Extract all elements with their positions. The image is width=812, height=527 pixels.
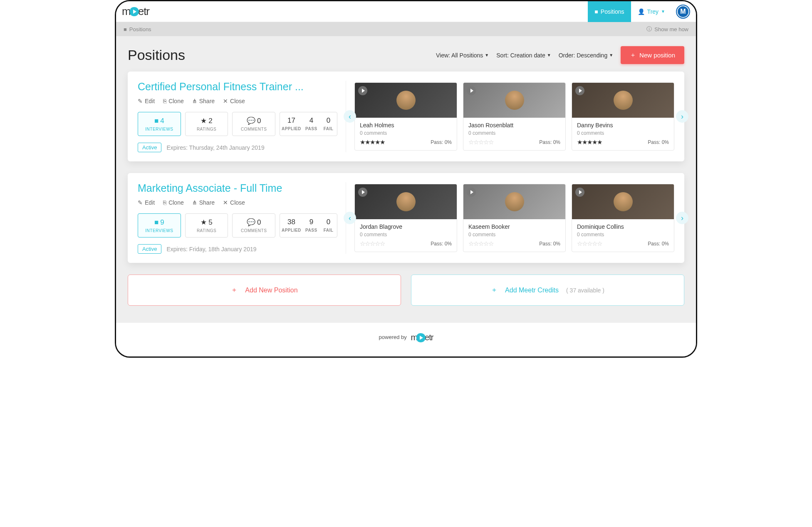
status-badge: Active — [138, 143, 161, 152]
comment-icon: 💬 — [247, 218, 255, 227]
candidate-card[interactable]: Leah Holmes 0 comments ★★★★★ Pass: 0% — [354, 82, 457, 151]
new-position-button[interactable]: ＋New position — [621, 46, 684, 64]
candidate-comments: 0 comments — [577, 130, 669, 136]
video-icon: ■ — [594, 8, 598, 15]
order-filter[interactable]: Order: Descending▼ — [559, 52, 613, 59]
candidate-name: Kaseem Booker — [468, 223, 560, 230]
interviews-stat[interactable]: ■ 9 INTERVIEWS — [138, 213, 181, 238]
play-icon — [575, 188, 584, 197]
nav-positions[interactable]: ■ Positions — [588, 1, 631, 22]
position-title[interactable]: Certified Personal Fitness Trainer ... — [138, 81, 337, 93]
star-rating: ☆☆☆☆☆ — [468, 240, 493, 247]
breadcrumb[interactable]: Positions — [129, 26, 151, 32]
position-card: Marketing Associate - Full Time ✎ Edit ⎘… — [128, 173, 684, 263]
close-icon: ✕ — [223, 98, 228, 104]
candidate-name: Jordan Blagrove — [360, 223, 452, 230]
clone-button[interactable]: ⎘ Clone — [163, 199, 184, 206]
candidate-card[interactable]: Danny Bevins 0 comments ★★★★★ Pass: 0% — [572, 82, 674, 151]
edit-button[interactable]: ✎ Edit — [138, 98, 155, 104]
carousel-next[interactable]: › — [676, 110, 688, 123]
carousel-prev[interactable]: ‹ — [344, 110, 356, 123]
play-icon — [416, 333, 426, 342]
user-icon: 👤 — [638, 8, 645, 15]
pass-rate: Pass: 0% — [539, 139, 560, 145]
candidate-face — [505, 192, 524, 211]
close-icon: ✕ — [223, 199, 228, 206]
candidate-face — [396, 91, 416, 110]
footer-text: powered by — [379, 334, 407, 340]
application-stats[interactable]: 17APPLIED 4PASS 0FAIL — [280, 112, 337, 136]
sub-bar: ■ Positions ⓘ Show me how — [116, 22, 696, 36]
credits-available: ( 37 available ) — [566, 287, 604, 294]
candidate-name: Dominique Collins — [577, 223, 669, 230]
play-icon — [467, 188, 476, 197]
video-thumbnail[interactable] — [355, 184, 457, 219]
candidate-card[interactable]: Kaseem Booker 0 comments ☆☆☆☆☆ Pass: 0% — [463, 184, 566, 252]
add-new-position-button[interactable]: ＋ Add New Position — [128, 275, 401, 306]
candidate-comments: 0 comments — [360, 232, 452, 238]
candidate-name: Leah Holmes — [360, 122, 452, 129]
application-stats[interactable]: 38APPLIED 9PASS 0FAIL — [280, 213, 337, 238]
close-button[interactable]: ✕ Close — [223, 98, 245, 104]
help-link[interactable]: Show me how — [654, 26, 688, 32]
candidate-comments: 0 comments — [468, 130, 560, 136]
sort-filter[interactable]: Sort: Creation date▼ — [496, 52, 551, 59]
avatar[interactable]: M — [676, 5, 690, 19]
video-thumbnail[interactable] — [463, 83, 565, 118]
footer-logo[interactable]: metr — [411, 333, 433, 342]
star-rating: ★★★★★ — [360, 139, 385, 146]
pass-rate: Pass: 0% — [539, 241, 560, 247]
position-title[interactable]: Marketing Associate - Full Time — [138, 182, 337, 194]
star-icon: ★ — [201, 116, 207, 125]
view-filter[interactable]: View: All Positions▼ — [436, 52, 489, 59]
video-thumbnail[interactable] — [572, 83, 674, 118]
candidate-card[interactable]: Dominique Collins 0 comments ☆☆☆☆☆ Pass:… — [572, 184, 674, 252]
logo[interactable]: metr — [122, 5, 149, 18]
add-credits-label: Add Meetr Credits — [505, 287, 559, 294]
play-icon — [358, 86, 367, 95]
position-card: Certified Personal Fitness Trainer ... ✎… — [128, 72, 684, 161]
video-thumbnail[interactable] — [355, 83, 457, 118]
star-rating: ★★★★★ — [577, 139, 602, 146]
comments-stat[interactable]: 💬 0 COMMENTS — [232, 112, 275, 136]
sort-filter-label: Sort: Creation date — [496, 52, 545, 59]
clone-button[interactable]: ⎘ Clone — [163, 98, 184, 104]
star-rating: ☆☆☆☆☆ — [577, 240, 602, 247]
plus-icon: ＋ — [630, 51, 636, 59]
caret-down-icon: ▼ — [485, 53, 489, 57]
share-button[interactable]: ⋔ Share — [192, 98, 215, 104]
candidate-card[interactable]: Jordan Blagrove 0 comments ☆☆☆☆☆ Pass: 0… — [354, 184, 457, 252]
candidate-card[interactable]: Jason Rosenblatt 0 comments ☆☆☆☆☆ Pass: … — [463, 82, 566, 151]
video-thumbnail[interactable] — [463, 184, 565, 219]
share-button[interactable]: ⋔ Share — [192, 199, 215, 206]
add-credits-button[interactable]: ＋ Add Meetr Credits ( 37 available ) — [411, 275, 684, 306]
ratings-stat[interactable]: ★ 5 RATINGS — [185, 213, 228, 238]
copy-icon: ⎘ — [163, 199, 166, 206]
play-icon — [130, 7, 139, 16]
nav-user-menu[interactable]: 👤 Trey ▼ — [631, 1, 672, 22]
interviews-stat[interactable]: ■ 4 INTERVIEWS — [138, 112, 181, 136]
comments-stat[interactable]: 💬 0 COMMENTS — [232, 213, 275, 238]
comment-icon: 💬 — [247, 116, 255, 125]
view-filter-label: View: All Positions — [436, 52, 483, 59]
play-icon — [358, 188, 367, 197]
caret-down-icon: ▼ — [609, 53, 613, 57]
page-title: Positions — [128, 47, 185, 63]
edit-button[interactable]: ✎ Edit — [138, 199, 155, 206]
video-thumbnail[interactable] — [572, 184, 674, 219]
star-rating: ☆☆☆☆☆ — [360, 240, 385, 247]
nav-positions-label: Positions — [601, 8, 624, 15]
star-icon: ★ — [201, 218, 207, 227]
caret-down-icon: ▼ — [661, 9, 665, 14]
copy-icon: ⎘ — [163, 98, 166, 104]
candidate-face — [614, 192, 633, 211]
footer: powered by metr — [116, 322, 696, 356]
info-icon: ⓘ — [646, 25, 652, 33]
close-button[interactable]: ✕ Close — [223, 199, 245, 206]
plus-icon: ＋ — [231, 286, 238, 294]
ratings-stat[interactable]: ★ 2 RATINGS — [185, 112, 228, 136]
carousel-next[interactable]: › — [676, 212, 688, 224]
candidate-name: Danny Bevins — [577, 122, 669, 129]
carousel-prev[interactable]: ‹ — [344, 212, 356, 224]
nav-user-name: Trey — [647, 8, 659, 15]
